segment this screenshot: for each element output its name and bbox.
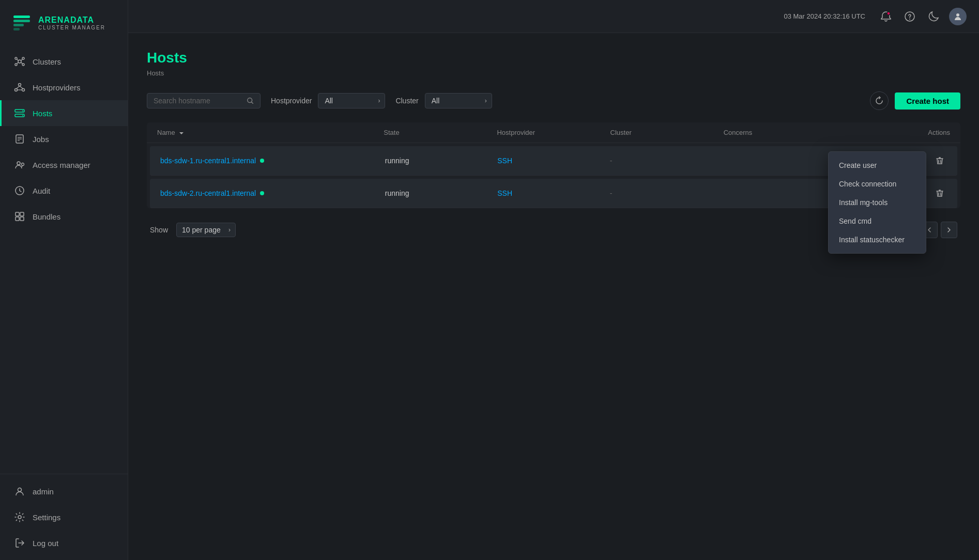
dropdown-item-check-connection[interactable]: Check connection	[829, 175, 926, 193]
table-header: Name State Hostprovider Cluster Concerns…	[147, 122, 960, 143]
sidebar-item-hostproviders[interactable]: Hostproviders	[0, 74, 128, 100]
main-area: 03 Mar 2024 20:32:16 UTC	[128, 0, 979, 560]
status-dot-1	[260, 159, 264, 163]
chevron-right-icon	[946, 227, 952, 233]
state-1: running	[385, 157, 497, 165]
status-dot-2	[260, 191, 264, 195]
svg-point-39	[909, 19, 910, 20]
table-row: bds-sdw-1.ru-central1.internal running S…	[150, 146, 957, 176]
sort-icon	[178, 130, 185, 136]
sidebar-item-admin[interactable]: admin	[0, 478, 128, 504]
svg-line-11	[21, 59, 23, 61]
cluster-select[interactable]: All	[425, 93, 492, 108]
sidebar-item-logout[interactable]: Log out	[0, 530, 128, 556]
hostprovider-select-wrapper: All ›	[318, 93, 385, 108]
svg-point-7	[22, 57, 24, 59]
svg-line-12	[17, 63, 19, 64]
col-concerns-header: Concerns	[724, 129, 837, 136]
topbar: 03 Mar 2024 20:32:16 UTC	[128, 0, 979, 33]
svg-rect-33	[16, 217, 19, 221]
svg-point-37	[887, 12, 890, 15]
search-input[interactable]	[154, 97, 242, 105]
access-manager-icon	[14, 159, 25, 170]
sidebar-item-jobs[interactable]: Jobs	[0, 126, 128, 152]
actions-dropdown-menu: Create user Check connection Install mg-…	[828, 151, 926, 254]
svg-point-28	[17, 162, 20, 165]
cluster-label: Cluster	[395, 97, 418, 105]
svg-line-13	[21, 63, 23, 64]
sidebar-item-jobs-label: Jobs	[33, 135, 49, 144]
app-sub: CLUSTER MANAGER	[38, 25, 105, 30]
col-hostprovider-header: Hostprovider	[497, 129, 610, 136]
provider-1[interactable]: SSH	[497, 157, 609, 165]
settings-icon	[14, 511, 25, 523]
sidebar-item-bundles-label: Bundles	[33, 212, 60, 221]
svg-rect-3	[13, 24, 24, 26]
svg-rect-34	[20, 217, 24, 221]
hostproviders-icon	[14, 82, 25, 93]
svg-rect-1	[13, 15, 30, 18]
dropdown-item-create-user[interactable]: Create user	[829, 156, 926, 175]
user-avatar[interactable]	[949, 8, 967, 25]
sidebar-item-logout-label: Log out	[33, 539, 58, 548]
nav-bottom: admin Settings Log out	[0, 474, 128, 560]
sidebar-item-clusters[interactable]: Clusters	[0, 49, 128, 74]
svg-point-22	[22, 111, 23, 112]
provider-2[interactable]: SSH	[497, 189, 609, 197]
dropdown-item-send-cmd[interactable]: Send cmd	[829, 212, 926, 230]
col-name-header: Name	[157, 129, 384, 136]
svg-rect-2	[13, 20, 30, 22]
theme-toggle-button[interactable]	[925, 8, 942, 25]
svg-point-15	[15, 89, 18, 91]
bundles-icon	[14, 211, 25, 222]
sidebar-item-bundles[interactable]: Bundles	[0, 204, 128, 229]
per-page-select-wrapper: 10 per page ›	[176, 223, 236, 237]
svg-point-14	[19, 84, 21, 86]
dropdown-item-install-mg-tools[interactable]: Install mg-tools	[829, 193, 926, 212]
host-link-1[interactable]: bds-sdw-1.ru-central1.internal	[160, 157, 385, 165]
refresh-icon	[875, 96, 884, 105]
sidebar-item-audit[interactable]: Audit	[0, 178, 128, 204]
next-page-button[interactable]	[941, 222, 957, 238]
cluster-2: -	[610, 189, 722, 197]
cluster-1: -	[610, 157, 722, 165]
notifications-button[interactable]	[878, 8, 894, 25]
svg-rect-4	[13, 28, 20, 30]
cluster-select-wrapper: All ›	[425, 93, 492, 108]
sidebar-item-settings-label: Settings	[33, 513, 60, 522]
app-name: ARENADATA	[38, 15, 105, 25]
svg-point-35	[18, 488, 22, 492]
content-area: Hosts Hosts Hostprovider All › Cluster	[128, 33, 979, 560]
col-actions-header: Actions	[837, 129, 950, 136]
svg-rect-31	[16, 212, 19, 216]
jobs-icon	[14, 133, 25, 145]
dropdown-item-install-statuschecker[interactable]: Install statuschecker	[829, 230, 926, 249]
host-link-2[interactable]: bds-sdw-2.ru-central1.internal	[160, 189, 385, 197]
hostprovider-select[interactable]: All	[318, 93, 385, 108]
refresh-button[interactable]	[870, 91, 889, 110]
svg-point-5	[18, 60, 21, 63]
sidebar-item-hosts[interactable]: Hosts	[0, 100, 128, 126]
per-page-select[interactable]: 10 per page	[176, 223, 236, 237]
topbar-icons	[878, 8, 967, 25]
hosts-table: Name State Hostprovider Cluster Concerns…	[147, 122, 960, 208]
sidebar-item-hosts-label: Hosts	[33, 109, 52, 118]
datetime-display: 03 Mar 2024 20:32:16 UTC	[784, 12, 865, 20]
sidebar-item-access-manager[interactable]: Access manager	[0, 152, 128, 178]
svg-point-36	[18, 516, 21, 519]
sidebar-item-settings[interactable]: Settings	[0, 504, 128, 530]
col-cluster-header: Cluster	[610, 129, 724, 136]
nav-items: Clusters Hostproviders	[0, 49, 128, 474]
action-delete-1[interactable]	[932, 153, 947, 168]
hostprovider-label: Hostprovider	[271, 97, 312, 105]
audit-icon	[14, 185, 25, 196]
search-box[interactable]	[147, 93, 261, 108]
app-logo-icon	[10, 11, 33, 34]
action-delete-2[interactable]	[932, 186, 947, 200]
svg-point-16	[22, 89, 25, 91]
create-host-button[interactable]: Create host	[895, 92, 960, 110]
help-button[interactable]	[901, 8, 918, 25]
sidebar-item-admin-label: admin	[33, 487, 54, 496]
chevron-left-icon	[926, 227, 932, 233]
sidebar-item-audit-label: Audit	[33, 186, 50, 195]
